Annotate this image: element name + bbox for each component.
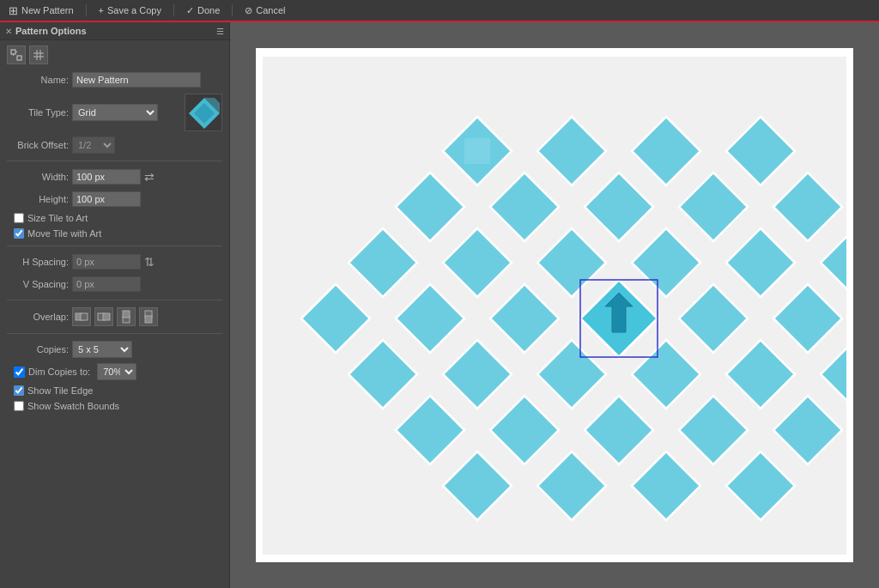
move-tile-row: Move Tile with Art [7,228,222,239]
tile-type-label: Tile Type: [7,107,69,118]
size-tile-label: Size Tile to Art [27,213,88,223]
new-pattern-button[interactable]: ⊞ New Pattern [5,3,77,19]
panel-menu-icon[interactable]: ☰ [216,27,224,36]
v-spacing-input[interactable] [72,276,141,292]
panel-body: Name: Tile Type: Grid Brick by Row Brick… [0,40,229,416]
tile-type-row: Tile Type: Grid Brick by Row Brick by Co… [7,94,222,131]
show-swatch-row: Show Swatch Bounds [7,401,222,411]
cancel-button[interactable]: ⊘ Cancel [241,3,288,18]
svg-rect-17 [123,311,130,318]
show-swatch-checkbox[interactable] [14,401,24,411]
cancel-icon: ⊘ [245,5,252,16]
h-spacing-input[interactable] [72,254,141,270]
name-label: Name: [7,75,69,85]
transform-icon-btn[interactable] [7,45,26,64]
size-tile-checkbox[interactable] [14,213,24,223]
overlap-icon-1 [75,310,88,324]
move-tile-label: Move Tile with Art [27,228,101,239]
save-copy-label: Save a Copy [107,5,161,15]
brick-offset-select[interactable]: 1/2 1/3 1/4 [72,136,115,154]
divider-2 [7,246,222,246]
dim-copies-checkbox[interactable] [14,367,25,378]
height-label: Height: [7,194,69,204]
chain-icon[interactable]: ⇄ [144,170,155,184]
size-tile-row: Size Tile to Art [7,213,222,223]
panel-title: Pattern Options [15,26,87,36]
width-label: Width: [7,172,69,182]
show-tile-edge-row: Show Tile Edge [7,385,222,396]
tile-type-wrapper: Grid Brick by Row Brick by Column Hex by… [72,104,181,121]
v-spacing-label: V Spacing: [7,279,69,289]
h-spacing-label: H Spacing: [7,257,69,267]
width-row: Width: ⇄ [7,168,222,185]
copies-select[interactable]: 3 x 3 5 x 5 7 x 7 [72,341,132,358]
save-copy-icon: + [99,5,104,15]
tile-type-select[interactable]: Grid Brick by Row Brick by Column Hex by… [72,104,158,121]
svg-rect-15 [103,313,110,320]
transform-icon [10,49,22,61]
pattern-options-panel: ✕ Pattern Options ☰ [0,22,230,588]
dim-copies-row: Dim Copies to: 70% 50% 30% [7,363,222,380]
divider-4 [7,333,222,334]
overlap-icon-3 [119,310,133,324]
toolbar-separator-1 [86,4,87,16]
move-tile-checkbox[interactable] [14,228,24,239]
name-input[interactable] [72,72,201,88]
save-copy-button[interactable]: + Save a Copy [95,3,165,17]
h-spacing-row: H Spacing: ⇅ [7,253,222,270]
divider-3 [7,300,222,300]
done-button[interactable]: ✓ Done [183,3,223,18]
dim-copies-label: Dim Copies to: [28,367,90,377]
v-spacing-row: V Spacing: [7,276,222,293]
canvas-area[interactable] [230,22,879,588]
copies-label: Copies: [7,344,69,355]
panel-close-icon[interactable]: ✕ [5,27,12,36]
show-swatch-label: Show Swatch Bounds [27,401,119,411]
svg-rect-0 [11,50,15,54]
new-pattern-icon: ⊞ [9,4,18,17]
overlap-btn-4[interactable] [139,307,158,326]
show-tile-edge-label: Show Tile Edge [27,385,93,396]
toolbar-separator-2 [173,4,174,16]
tile-preview-svg [185,94,222,131]
dim-copies-select[interactable]: 70% 50% 30% [97,363,136,380]
done-icon: ✓ [186,5,194,16]
cancel-label: Cancel [256,5,285,15]
svg-rect-1 [17,56,21,60]
height-input[interactable] [72,191,141,207]
overlap-btn-3[interactable] [117,307,136,326]
overlap-icon-2 [97,310,111,324]
panel-header: ✕ Pattern Options ☰ [0,22,229,40]
overlap-btn-2[interactable] [94,307,113,326]
v-chain-icon[interactable]: ⇅ [144,255,155,269]
new-pattern-label: New Pattern [21,5,74,15]
overlap-row: Overlap: [7,307,222,326]
width-input[interactable] [72,169,141,185]
main-area: ✕ Pattern Options ☰ [0,22,879,588]
canvas-white-area [256,48,853,562]
height-row: Height: [7,191,222,208]
pattern-canvas-svg [263,57,846,555]
toolbar: ⊞ New Pattern + Save a Copy ✓ Done ⊘ Can… [0,0,879,22]
tile-preview [185,94,222,131]
panel-icons-row [7,45,222,64]
overlap-btn-1[interactable] [72,307,91,326]
svg-rect-19 [145,316,152,323]
overlap-icon-4 [142,310,155,324]
grid-icon [33,49,45,61]
brick-offset-row: Brick Offset: 1/2 1/3 1/4 [7,136,222,154]
done-label: Done [197,5,220,15]
copies-row: Copies: 3 x 3 5 x 5 7 x 7 [7,341,222,358]
show-tile-edge-checkbox[interactable] [14,385,24,396]
svg-marker-26 [464,138,490,164]
svg-rect-13 [81,313,88,320]
name-row: Name: [7,71,222,88]
divider-1 [7,161,222,161]
brick-offset-label: Brick Offset: [7,140,69,150]
toolbar-separator-3 [232,4,233,16]
grid-icon-btn[interactable] [29,45,48,64]
overlap-label: Overlap: [7,312,69,322]
